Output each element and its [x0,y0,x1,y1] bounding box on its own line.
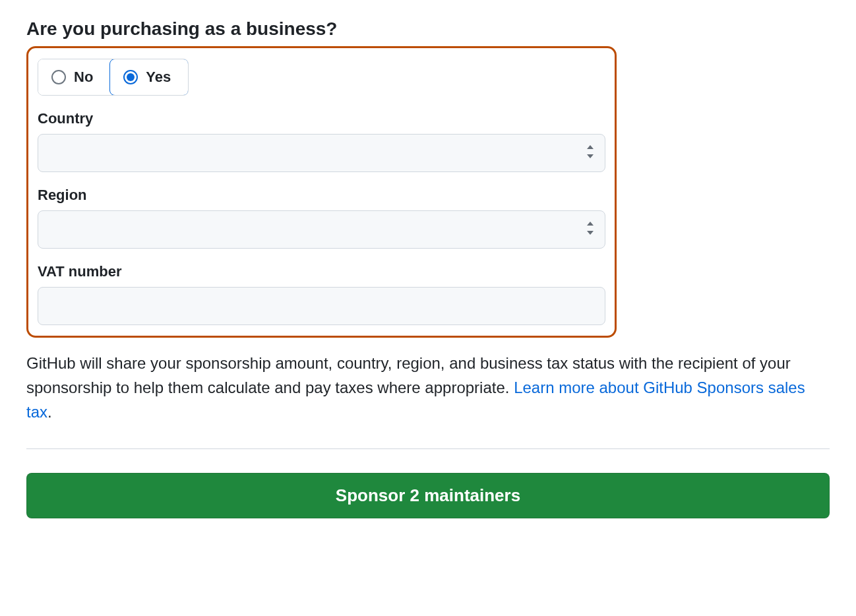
vat-input[interactable] [38,287,605,325]
country-select[interactable] [38,134,605,172]
option-yes[interactable]: Yes [109,59,189,96]
vat-field: VAT number [38,263,605,325]
radio-icon [51,70,66,84]
radio-icon [123,70,138,84]
disclosure-text: GitHub will share your sponsorship amoun… [26,351,830,425]
business-purchase-form: Are you purchasing as a business? No Yes… [26,18,830,518]
region-select[interactable] [38,210,605,249]
country-select-wrap [38,134,605,172]
divider [26,448,830,449]
option-yes-label: Yes [146,69,171,86]
option-no[interactable]: No [38,59,110,95]
sponsor-button[interactable]: Sponsor 2 maintainers [26,473,830,518]
region-label: Region [38,187,605,204]
region-select-wrap [38,210,605,249]
region-field: Region [38,187,605,249]
country-field: Country [38,110,605,172]
section-heading: Are you purchasing as a business? [26,18,830,40]
business-toggle: No Yes [38,59,189,96]
disclosure-period: . [47,403,52,421]
vat-label: VAT number [38,263,605,280]
business-fields-highlight: No Yes Country Region [26,46,617,338]
option-no-label: No [74,69,93,86]
country-label: Country [38,110,605,127]
